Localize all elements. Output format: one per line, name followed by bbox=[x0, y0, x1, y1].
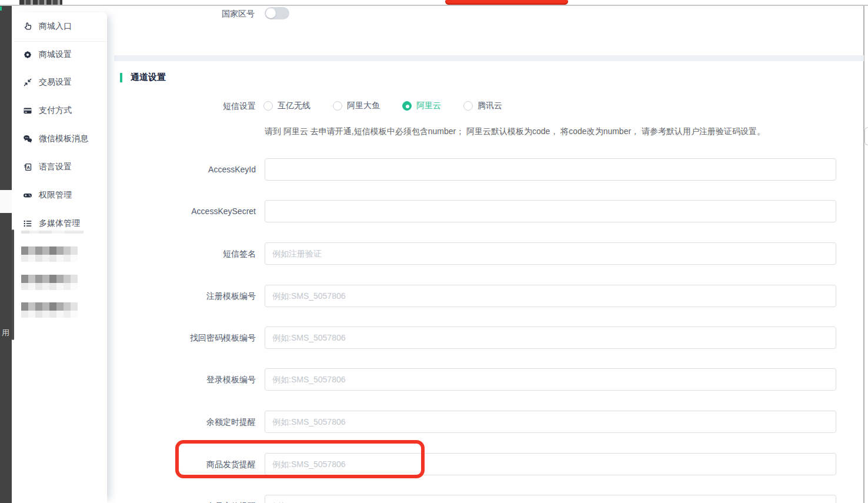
sidebar-item-payment-methods[interactable]: 支付方式 bbox=[13, 96, 107, 125]
accesskeysecret-label: AccessKeySecret bbox=[115, 200, 256, 222]
svg-text:A: A bbox=[26, 165, 30, 170]
sidebar-item-label: 支付方式 bbox=[39, 105, 72, 116]
form-row: 注册模板编号 bbox=[0, 285, 868, 307]
sidebar-item-label: 微信模板消息 bbox=[39, 134, 88, 144]
sidebar-item-label: 权限管理 bbox=[39, 190, 72, 201]
hand-pointer-icon bbox=[23, 22, 32, 31]
sidebar-item-language-settings[interactable]: A 语言设置 bbox=[13, 153, 107, 181]
form-row: 找回密码模板编号 bbox=[0, 327, 868, 349]
form-row: 商品发货提醒 bbox=[0, 453, 868, 475]
clipped-window-title bbox=[19, 0, 62, 5]
balance-reminder-label: 余额定时提醒 bbox=[115, 411, 256, 433]
rail-green-dot bbox=[0, 6, 2, 11]
radio-circle-icon bbox=[463, 101, 473, 111]
sidebar-item-wechat-template[interactable]: 微信模板消息 bbox=[13, 125, 107, 153]
accesskeyid-label: AccessKeyId bbox=[115, 158, 256, 181]
annotation-red-bar-top bbox=[445, 0, 568, 5]
form-row: 登录模板编号 bbox=[0, 368, 868, 391]
form-row: 短信签名 bbox=[0, 242, 868, 265]
radio-circle-icon bbox=[263, 101, 273, 111]
radio-tencent-cloud[interactable]: 腾讯云 bbox=[463, 101, 502, 111]
sidebar-item-label: 语言设置 bbox=[39, 162, 72, 172]
radio-aliyun[interactable]: 阿里云 bbox=[402, 101, 441, 111]
sidebar-item-redacted[interactable] bbox=[21, 275, 78, 290]
form-row: 会员充值提醒 bbox=[0, 495, 868, 503]
password-recovery-template-input[interactable] bbox=[265, 327, 836, 349]
radio-ali-dayu[interactable]: 阿里大鱼 bbox=[333, 101, 380, 111]
register-template-input[interactable] bbox=[265, 285, 836, 307]
password-recovery-template-label: 找回密码模板编号 bbox=[115, 327, 256, 349]
drawer-handle[interactable] bbox=[864, 127, 868, 145]
form-row: AccessKeyId bbox=[0, 158, 868, 181]
language-doc-icon: A bbox=[23, 162, 32, 172]
aliyun-helper-text: 请到 阿里云 去申请开通,短信模板中必须包含number； 阿里云默认模板为co… bbox=[265, 125, 806, 137]
accesskeysecret-input[interactable] bbox=[265, 200, 836, 222]
sidebar-scrollbar[interactable] bbox=[12, 229, 14, 340]
converge-arrows-icon bbox=[23, 78, 32, 87]
form-row: AccessKeySecret bbox=[0, 200, 868, 222]
recharge-reminder-label: 会员充值提醒 bbox=[115, 495, 256, 503]
shipping-reminder-input[interactable] bbox=[265, 453, 836, 475]
chat-bubbles-icon bbox=[23, 134, 32, 144]
window-top-border bbox=[0, 5, 868, 6]
radio-selected-icon bbox=[402, 101, 412, 111]
shipping-reminder-label: 商品发货提醒 bbox=[115, 453, 256, 475]
country-code-label: 国家区号 bbox=[113, 7, 255, 20]
sidebar-item-trade-settings[interactable]: 交易设置 bbox=[13, 68, 107, 96]
sidebar-item-permissions[interactable]: 权限管理 bbox=[13, 181, 107, 209]
sidebar-item-mall-settings[interactable]: 商城设置 bbox=[13, 41, 107, 69]
sidebar-item-label: 商城设置 bbox=[39, 49, 72, 60]
sms-provider-radio-group: 互亿无线 阿里大鱼 阿里云 腾讯云 bbox=[263, 100, 502, 112]
section-accent-bar bbox=[120, 73, 122, 82]
register-template-label: 注册模板编号 bbox=[115, 285, 256, 307]
section-separator bbox=[114, 55, 864, 61]
toggle-knob bbox=[266, 8, 276, 18]
sidebar-item-label: 商城入口 bbox=[39, 21, 72, 32]
country-code-toggle[interactable] bbox=[265, 7, 289, 19]
sms-settings-label: 短信设置 bbox=[115, 100, 256, 112]
login-template-input[interactable] bbox=[265, 368, 836, 391]
gamepad-icon bbox=[23, 191, 32, 200]
sidebar: 商城入口 商城设置 交易设置 支付方式 微信模板消息 A 语言设置 权限 bbox=[13, 12, 107, 503]
sidebar-item-label: 多媒体管理 bbox=[39, 218, 80, 229]
gear-icon bbox=[23, 50, 32, 59]
accesskeyid-input[interactable] bbox=[265, 158, 836, 181]
bank-card-icon bbox=[23, 106, 32, 115]
redacted-submenu-item bbox=[21, 231, 84, 234]
sms-signature-input[interactable] bbox=[265, 242, 836, 265]
balance-reminder-input[interactable] bbox=[265, 411, 836, 433]
radio-huyi-wireless[interactable]: 互亿无线 bbox=[263, 101, 311, 111]
login-template-label: 登录模板编号 bbox=[115, 368, 256, 391]
sidebar-item-mall-entry[interactable]: 商城入口 bbox=[13, 12, 107, 41]
section-header: 通道设置 bbox=[120, 72, 166, 83]
section-title: 通道设置 bbox=[131, 72, 166, 83]
recharge-reminder-input[interactable] bbox=[265, 495, 836, 503]
form-row: 余额定时提醒 bbox=[0, 411, 868, 433]
radio-circle-icon bbox=[333, 101, 342, 111]
sms-signature-label: 短信签名 bbox=[115, 242, 256, 265]
sidebar-item-redacted[interactable] bbox=[21, 302, 78, 318]
list-icon bbox=[23, 219, 32, 228]
sidebar-item-label: 交易设置 bbox=[39, 77, 72, 88]
sidebar-item-redacted[interactable] bbox=[21, 246, 78, 262]
